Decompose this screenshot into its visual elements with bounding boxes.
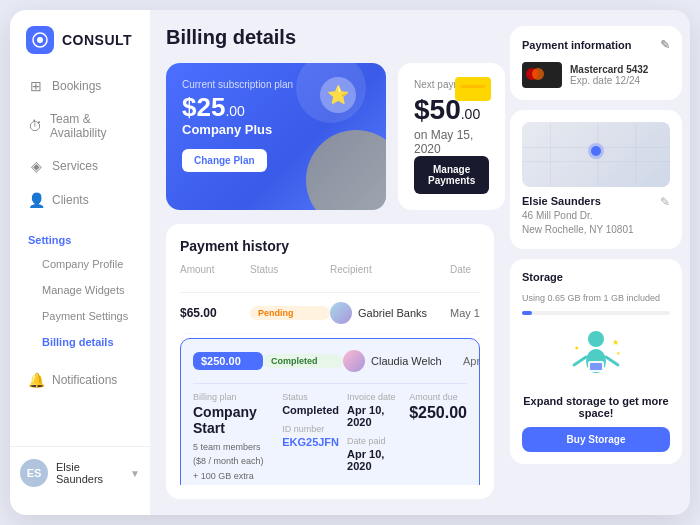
status-badge: Completed [263, 354, 343, 368]
address-line1: 46 Mill Pond Dr. [522, 209, 634, 223]
top-cards: ⭐ Current subscription plan $25.00 Compa… [166, 63, 494, 210]
col-amount: Amount [180, 264, 250, 286]
edit-payment-icon[interactable]: ✎ [660, 38, 670, 52]
page-title: Billing details [166, 26, 494, 49]
storage-card: Storage Using 0.65 GB from 1 GB included [510, 259, 682, 464]
sidebar-item-clients[interactable]: 👤 Clients [18, 184, 142, 216]
services-icon: ◈ [28, 158, 44, 174]
address-row: Elsie Saunders 46 Mill Pond Dr. New Roch… [522, 195, 670, 237]
svg-point-1 [37, 37, 43, 43]
manage-payments-button[interactable]: Manage Payments [414, 156, 489, 194]
next-payment-date: on May 15, 2020 [414, 128, 489, 156]
storage-bar [522, 311, 532, 315]
chevron-down-icon[interactable]: ▼ [130, 468, 140, 479]
map-preview [522, 122, 670, 187]
storage-bar-container [522, 311, 670, 315]
notifications-icon: 🔔 [28, 372, 44, 388]
storage-illustration: ★ ★ ★ [564, 325, 628, 389]
recipient-cell: Gabriel Banks [330, 302, 450, 324]
amount-due-value: $250.00 [409, 404, 467, 422]
date-cell: Apr 10, 2020 [463, 355, 480, 367]
svg-text:★: ★ [616, 350, 621, 356]
storage-title: Storage [522, 271, 670, 283]
col-status: Status [250, 264, 330, 286]
sidebar-item-label: Bookings [52, 79, 101, 93]
cc-exp: Exp. date 12/24 [570, 75, 648, 86]
sub-plan-label: Current subscription plan [182, 79, 370, 90]
address-name: Elsie Saunders [522, 195, 634, 207]
svg-rect-3 [461, 85, 485, 88]
plan-features: 5 team members ($8 / month each) + 100 G… [193, 440, 274, 485]
settings-section-label: Settings [18, 226, 142, 250]
status-label: Status [282, 392, 339, 402]
id-value: EKG25JFN [282, 436, 339, 448]
svg-line-12 [606, 357, 618, 365]
sidebar-item-billing[interactable]: Billing details [18, 330, 142, 354]
invoice-date: Apr 10, 2020 [347, 404, 401, 428]
cc-info: Mastercard 5432 Exp. date 12/24 [570, 64, 648, 86]
right-panel: Payment information ✎ Mastercard 5432 Ex… [510, 10, 690, 515]
team-icon: ⏱ [28, 118, 42, 134]
svg-rect-2 [461, 81, 485, 97]
app-name: CONSULT [62, 32, 132, 48]
app-logo: CONSULT [10, 26, 150, 70]
sidebar-item-widgets[interactable]: Manage Widgets [18, 278, 142, 302]
amount-cell: $65.00 [180, 306, 250, 320]
sub-price: $25.00 [182, 94, 370, 120]
logo-icon [26, 26, 54, 54]
history-rows: $65.00 Pending Gabriel Banks May 10, 202… [180, 293, 480, 485]
history-title: Payment history [180, 238, 480, 254]
status-detail: Status Completed ID number EKG25JFN [282, 392, 339, 485]
invoice-label: Invoice date [347, 392, 401, 402]
recipient-cell: Claudia Welch [343, 350, 463, 372]
svg-text:★: ★ [612, 338, 619, 347]
id-label: ID number [282, 424, 339, 434]
user-avatar: ES [20, 459, 48, 487]
user-name: Elsie Saunders [56, 461, 122, 485]
storage-used-label: Using 0.65 GB from 1 GB included [522, 293, 670, 303]
main-content: Billing details ⭐ Current subscription p… [150, 10, 510, 515]
sidebar-item-label: Notifications [52, 373, 117, 387]
billing-plan-name: Company Start [193, 404, 274, 436]
payment-history: Payment history Amount Status Recipient … [166, 224, 494, 499]
sidebar: CONSULT ⊞ Bookings ⏱ Team & Availability… [10, 10, 150, 515]
col-recipient: Recipient [330, 264, 450, 286]
sidebar-nav: ⊞ Bookings ⏱ Team & Availability ◈ Servi… [10, 70, 150, 446]
sidebar-item-company[interactable]: Company Profile [18, 252, 142, 276]
sidebar-item-services[interactable]: ◈ Services [18, 150, 142, 182]
amount-due-label: Amount due [409, 392, 467, 402]
buy-storage-button[interactable]: Buy Storage [522, 427, 670, 452]
svg-rect-14 [590, 363, 602, 370]
amount-cell: $250.00 [193, 352, 263, 370]
expanded-row-top: $250.00 Completed Claudia Welch Apr 10, … [193, 349, 467, 373]
billing-address-card: Elsie Saunders 46 Mill Pond Dr. New Roch… [510, 110, 682, 249]
sidebar-item-payment-settings[interactable]: Payment Settings [18, 304, 142, 328]
col-date: Date [450, 264, 494, 286]
sidebar-item-notifications[interactable]: 🔔 Notifications [18, 364, 142, 396]
amount-due-detail: Amount due $250.00 [409, 392, 467, 485]
change-plan-button[interactable]: Change Plan [182, 149, 267, 172]
table-row: $65.00 Pending Gabriel Banks May 10, 202… [180, 293, 480, 334]
star-badge: ⭐ [320, 77, 356, 113]
billing-plan-label: Billing plan [193, 392, 274, 402]
invoice-detail: Invoice date Apr 10, 2020 Date paid Apr … [347, 392, 401, 485]
billing-plan-detail: Billing plan Company Start 5 team member… [193, 392, 274, 485]
sidebar-item-bookings[interactable]: ⊞ Bookings [18, 70, 142, 102]
status-badge: Pending [250, 306, 330, 320]
sub-plan-name: Company Plus [182, 122, 370, 137]
sidebar-item-label: Clients [52, 193, 89, 207]
subscription-card: ⭐ Current subscription plan $25.00 Compa… [166, 63, 386, 210]
payment-info-card: Payment information ✎ Mastercard 5432 Ex… [510, 26, 682, 100]
edit-address-icon[interactable]: ✎ [660, 195, 670, 209]
sidebar-item-team[interactable]: ⏱ Team & Availability [18, 104, 142, 148]
storage-cta-text: Expand storage to get more space! [522, 395, 670, 419]
table-header: Amount Status Recipient Date Payment met… [180, 264, 480, 293]
payment-info-title: Payment information ✎ [522, 38, 670, 52]
credit-card-icon [455, 77, 491, 101]
clients-icon: 👤 [28, 192, 44, 208]
map-location-dot [591, 146, 601, 156]
recipient-avatar [330, 302, 352, 324]
address-line2: New Rochelle, NY 10801 [522, 223, 634, 237]
bookings-icon: ⊞ [28, 78, 44, 94]
svg-line-11 [574, 357, 586, 365]
